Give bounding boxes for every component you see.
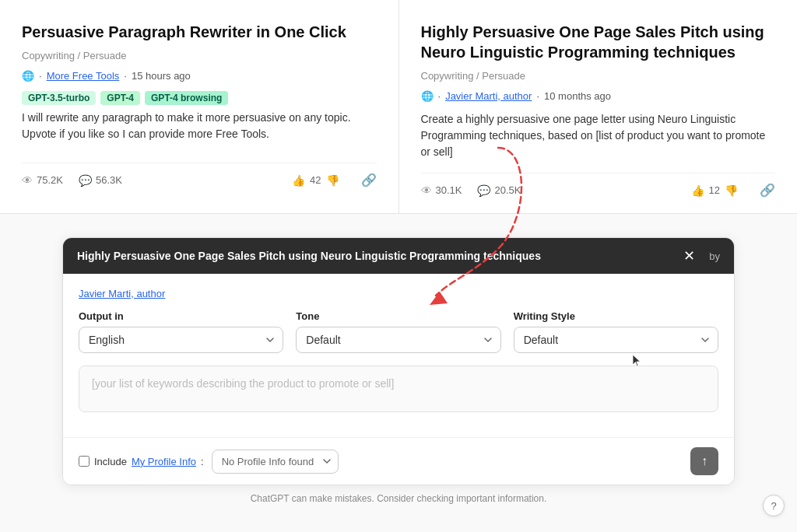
help-button[interactable]: ? [763,495,785,516]
panel-footer: Include My Profile Info: No Profile Info… [63,437,734,485]
profile-checkbox[interactable] [79,456,90,467]
dot-sep2: · [124,70,127,82]
writing-style-group: Writing Style Default [514,310,718,353]
eye-icon-1: 👁 [22,174,33,187]
dot-sep: · [39,70,42,82]
tone-group: Tone Default [296,310,500,353]
output-group: Output in English [79,310,283,353]
profile-link[interactable]: My Profile Info [132,456,196,467]
tag-gpt4: GPT-4 [100,91,140,105]
profile-select[interactable]: No Profile Info found [212,450,339,474]
prompt-panel: Highly Persuasive One Page Sales Pitch u… [62,237,735,485]
card-2-comments: 💬 20.5K [477,184,521,197]
card-1-desc: I will rewrite any paragraph to make it … [22,110,377,142]
panel-header: Highly Persuasive One Page Sales Pitch u… [63,238,734,274]
card-2-votes: 👍 12 👎 [691,184,738,197]
panel-author-link[interactable]: Javier Marti, author [79,288,165,299]
submit-arrow-icon: ↑ [701,454,707,468]
tag-gpt4browsing: GPT-4 browsing [145,91,228,105]
tag-gpt35: GPT-3.5-turbo [22,91,96,105]
question-icon: ? [771,500,776,512]
comment-icon-2: 💬 [477,184,490,197]
card-1-footer: 👁 75.2K 💬 56.3K 👍 42 👎 🔗 [22,163,377,187]
card-2-meta: 🌐 · Javier Marti, author · 10 months ago [421,89,776,102]
thumbup-icon-2[interactable]: 👍 [691,184,704,197]
writing-style-select[interactable]: Default [514,327,718,353]
submit-button[interactable]: ↑ [690,447,718,475]
dot-sep4: · [536,90,539,102]
more-free-tools-link[interactable]: More Free Tools [47,70,120,82]
card-2-desc: Create a highly persuasive one page lett… [421,111,776,160]
keyword-placeholder: [your list of keywords describing the pr… [92,377,394,390]
card-2-category: Copywriting / Persuade [421,70,776,82]
eye-icon-2: 👁 [421,184,432,197]
tone-select[interactable]: Default [296,327,500,353]
panel-title: Highly Persuasive One Page Sales Pitch u… [77,250,677,262]
writing-style-label: Writing Style [514,310,718,322]
keyword-area[interactable]: [your list of keywords describing the pr… [79,366,718,412]
panel-wrapper: Highly Persuasive One Page Sales Pitch u… [0,222,797,485]
card-2-views: 👁 30.1K [421,184,462,197]
card-1-time: 15 hours ago [132,70,191,82]
tone-label: Tone [296,310,500,322]
card-1: Persuasive Paragraph Rewriter in One Cli… [0,0,398,214]
include-label: Include [94,456,127,467]
output-select[interactable]: English [79,327,283,353]
dot-sep3: · [438,90,441,102]
card-2-title: Highly Persuasive One Page Sales Pitch u… [421,22,776,62]
link-icon-2[interactable]: 🔗 [760,183,775,198]
card-1-meta: 🌐 · More Free Tools · 15 hours ago [22,69,377,82]
thumbup-icon-1[interactable]: 👍 [292,174,305,187]
bottom-notice: ChatGPT can make mistakes. Consider chec… [0,485,797,509]
card-1-votes: 👍 42 👎 [292,174,339,187]
card-1-tags: GPT-3.5-turbo GPT-4 GPT-4 browsing I wil… [22,91,377,155]
panel-body: Javier Marti, author Output in English T… [63,274,734,437]
card-2-time: 10 months ago [544,90,611,102]
thumbdown-icon-2[interactable]: 👎 [725,184,738,197]
close-button[interactable]: ✕ [677,249,701,263]
globe-icon-2: 🌐 [421,89,434,102]
card-1-comments: 💬 56.3K [79,174,122,187]
cards-area: Persuasive Paragraph Rewriter in One Cli… [0,0,797,214]
card-1-title: Persuasive Paragraph Rewriter in One Cli… [22,22,377,42]
form-row: Output in English Tone Default Writing S… [79,310,718,353]
panel-author: Javier Marti, author [79,288,718,299]
profile-checkbox-label: Include My Profile Info: [79,456,204,467]
thumbdown-icon-1[interactable]: 👎 [326,174,339,187]
panel-by: by [709,250,720,262]
card-1-category: Copywriting / Persuade [22,50,377,61]
card-2: Highly Persuasive One Page Sales Pitch u… [398,0,798,214]
output-label: Output in [79,310,283,322]
card-1-views: 👁 75.2K [22,174,63,187]
profile-area: Include My Profile Info: No Profile Info… [79,450,339,474]
globe-icon-1: 🌐 [22,69,34,82]
card-2-author-link[interactable]: Javier Marti, author [445,90,532,102]
comment-icon-1: 💬 [79,174,92,187]
card-2-footer: 👁 30.1K 💬 20.5K 👍 12 👎 🔗 [421,173,776,198]
link-icon-1[interactable]: 🔗 [361,173,377,187]
